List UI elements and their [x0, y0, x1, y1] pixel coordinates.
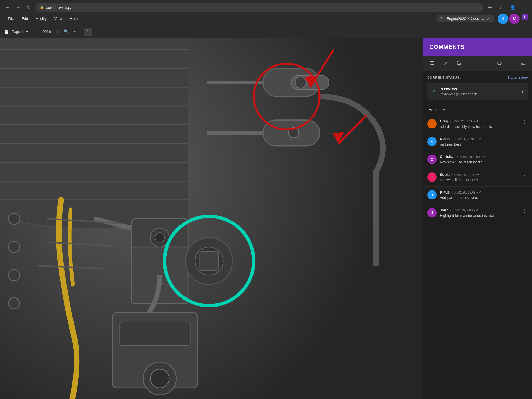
- toolbar-divider-2: [81, 28, 81, 35]
- current-status-label: CURRENT STATUS:: [427, 76, 461, 79]
- status-chevron-icon[interactable]: ▾: [521, 89, 524, 94]
- browser-tab-bar: ← → ↻ 🔒 coreldraw.app/ ⊕ ☆ 👤 ⋮: [0, 0, 532, 12]
- share-button[interactable]: ⬆: [522, 14, 528, 20]
- comment-time: 5/5/2020, 12:09 PM: [454, 137, 481, 141]
- add-tab-button[interactable]: ⊕: [485, 3, 495, 12]
- comment-text: Highlight for maintenance instructions: [440, 213, 518, 218]
- svg-point-24: [295, 77, 306, 88]
- svg-rect-53: [200, 252, 218, 270]
- comment-avatar: G: [427, 119, 437, 128]
- comment-bubble-tool[interactable]: [427, 59, 437, 68]
- comment-item: K Klaus • 5/5/2020, 12:09 PM part number…: [423, 133, 532, 151]
- status-history-link[interactable]: Status history: [507, 76, 528, 79]
- comment-author: Klaus: [440, 190, 450, 194]
- page-controls: 📄 Page 1 ▾: [4, 29, 28, 35]
- file-title-bar: Jet-Engine2020-XX.des ☁ ✕: [437, 15, 494, 22]
- ellipse-tool[interactable]: [495, 59, 504, 68]
- profile-button[interactable]: 👤: [508, 3, 517, 12]
- app-menu-bar: File Edit Modify View Help Jet-Engine202…: [0, 12, 532, 25]
- comment-time: 5/5/2020, 12:09 PM: [454, 191, 481, 194]
- url-display: coreldraw.app/: [46, 5, 71, 10]
- status-header: CURRENT STATUS: Status history: [427, 76, 528, 79]
- bookmark-button[interactable]: ☆: [497, 3, 506, 12]
- comment-avatar: K: [427, 137, 437, 146]
- menu-modify[interactable]: Modify: [32, 15, 50, 22]
- comment-menu-button[interactable]: ⋮: [521, 119, 528, 125]
- comment-time: 5/5/2020, 2:11 PM: [453, 119, 478, 123]
- svg-point-56: [497, 62, 502, 65]
- comment-dot: •: [451, 173, 452, 177]
- comment-body: John • 5/5/2020, 2:06 PM Highlight for m…: [440, 208, 518, 218]
- comment-author: Christian: [440, 155, 456, 159]
- browser-nav-buttons: ← → ↻: [3, 3, 33, 12]
- comment-avatar: K: [427, 190, 437, 200]
- menu-help[interactable]: Help: [66, 15, 81, 22]
- browser-actions: ⊕ ☆ 👤 ⋮: [485, 3, 529, 12]
- status-subtitle: Reviewers give feedback.: [439, 92, 478, 96]
- zoom-controls: - 200% + 🔍 ▾: [34, 28, 78, 35]
- comment-time: 5/5/2020, 2:14 PM: [454, 173, 479, 177]
- user-avatars: K C ⬆: [498, 14, 528, 24]
- menu-button[interactable]: ⋮: [520, 3, 529, 12]
- comment-header: Klaus • 5/5/2020, 12:09 PM: [440, 137, 528, 141]
- comment-time: 5/5/2020, 2:06 PM: [453, 209, 478, 212]
- comment-item: J John • 5/5/2020, 2:06 PM Highlight for…: [423, 204, 532, 222]
- page-selector: PAGE 1 ▾: [423, 104, 532, 115]
- svg-point-36: [150, 369, 169, 388]
- status-check-icon: ✓: [431, 88, 436, 95]
- menu-file[interactable]: File: [4, 15, 18, 22]
- pen-tool[interactable]: [454, 59, 464, 68]
- comment-author: Greg: [440, 119, 448, 123]
- comment-dot: •: [450, 119, 451, 123]
- zoom-fit-button[interactable]: 🔍: [62, 28, 71, 35]
- page-dropdown-icon[interactable]: ▾: [26, 30, 28, 34]
- toolbar-divider-1: [31, 28, 31, 35]
- comment-author: John: [440, 208, 448, 212]
- page-label[interactable]: Page 1: [10, 29, 25, 35]
- sidebar-title: COMMENTS: [429, 44, 465, 50]
- comment-body: Christian • 5/5/2020, 2:09 PM Revision 4…: [440, 155, 528, 165]
- status-info: ✓ In review Reviewers give feedback.: [431, 87, 478, 96]
- svg-line-54: [444, 62, 447, 65]
- refresh-button[interactable]: ↻: [24, 3, 33, 12]
- settings-tool[interactable]: [518, 59, 528, 68]
- back-button[interactable]: ←: [3, 3, 12, 12]
- comment-header: Sobia • 5/5/2020, 2:14 PM: [440, 172, 518, 177]
- svg-point-39: [9, 269, 20, 281]
- sidebar-header: COMMENTS: [423, 38, 532, 56]
- freehand-tool[interactable]: [468, 59, 477, 68]
- svg-point-38: [9, 241, 20, 252]
- canvas-area[interactable]: [0, 38, 423, 399]
- rectangle-tool[interactable]: [481, 59, 491, 68]
- comment-header: Greg • 5/5/2020, 2:11 PM: [440, 119, 518, 123]
- comment-header: Christian • 5/5/2020, 2:09 PM: [440, 155, 528, 159]
- user-avatar-k[interactable]: K: [498, 14, 508, 24]
- page-dropdown-icon[interactable]: ▾: [443, 108, 445, 112]
- comment-text: add disassembly view for details: [440, 124, 518, 129]
- comment-dot: •: [451, 137, 452, 141]
- address-bar[interactable]: 🔒 coreldraw.app/: [35, 3, 483, 12]
- menu-view[interactable]: View: [50, 15, 66, 22]
- comment-avatar: J: [427, 208, 437, 217]
- zoom-minus-button[interactable]: -: [34, 29, 40, 35]
- comment-header: John • 5/5/2020, 2:06 PM: [440, 208, 518, 212]
- close-icon[interactable]: ✕: [487, 17, 490, 21]
- zoom-dropdown-button[interactable]: ▾: [72, 29, 78, 35]
- user-avatar-c[interactable]: C: [509, 14, 520, 24]
- svg-rect-34: [120, 322, 190, 345]
- comment-text: Add part numbers here.: [440, 195, 528, 201]
- comment-body: Greg • 5/5/2020, 2:11 PM add disassembly…: [440, 119, 518, 129]
- arrow-tool[interactable]: [441, 59, 450, 68]
- canvas-svg: [0, 38, 423, 399]
- forward-button[interactable]: →: [14, 3, 23, 12]
- menu-edit[interactable]: Edit: [18, 15, 32, 22]
- comment-body: Klaus • 5/5/2020, 12:09 PM part number?: [440, 137, 528, 147]
- comment-menu-button[interactable]: ⋮: [521, 172, 528, 178]
- page-icon: 📄: [4, 30, 9, 34]
- comment-dot: •: [457, 155, 458, 159]
- comment-text: part number?: [440, 142, 528, 147]
- comment-item: C Christian • 5/5/2020, 2:09 PM Revision…: [423, 151, 532, 169]
- comment-menu-button[interactable]: ⋮: [521, 208, 528, 214]
- zoom-plus-button[interactable]: +: [54, 29, 61, 35]
- cursor-tool-button[interactable]: ↖: [84, 28, 92, 36]
